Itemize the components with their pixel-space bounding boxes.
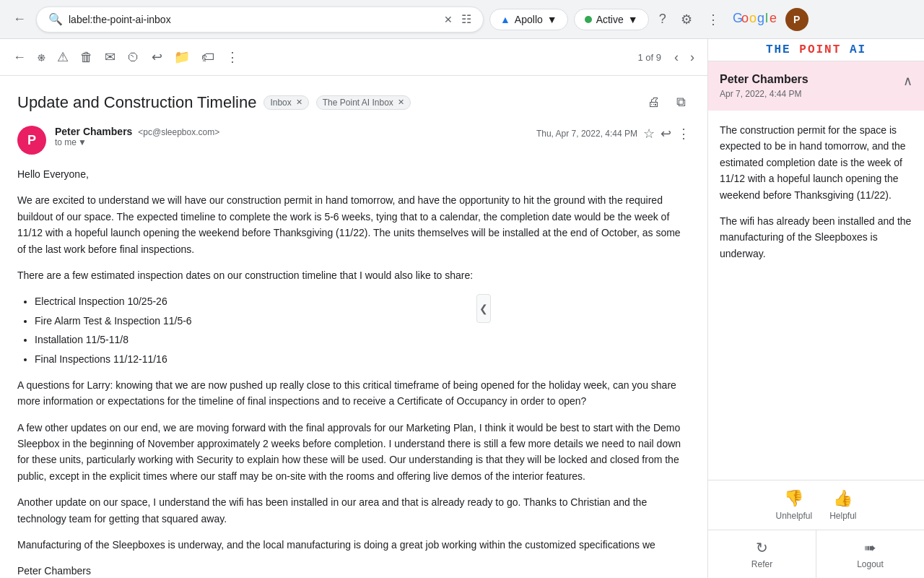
logout-label: Logout xyxy=(857,559,884,569)
logout-button[interactable]: ➠ Logout xyxy=(816,530,924,578)
body-paragraph-7: Peter Chambers xyxy=(17,563,690,578)
sender-info: Peter Chambers <pc@sleepbox.com> to me ▼ xyxy=(55,126,536,147)
sender-name: Peter Chambers xyxy=(55,126,132,137)
label-the-point-ai-inbox-text: The Point AI Inbox xyxy=(323,98,393,108)
email-subject: Update and Construction Timeline xyxy=(17,93,256,112)
email-subject-row: Update and Construction Timeline Inbox ✕… xyxy=(17,90,690,114)
grid-icon[interactable]: ⋮ xyxy=(702,7,724,32)
sidebar-date: Apr 7, 2022, 4:44 PM xyxy=(720,89,808,99)
body-paragraph-3: A questions for Larry: knowing that we a… xyxy=(17,377,690,410)
star-icon[interactable]: ☆ xyxy=(643,126,655,142)
email-toolbar: ← ⎈ ⚠ 🗑 ✉ ⏲ ↩ 📁 🏷 ⋮ 1 of 9 ‹ › xyxy=(0,39,707,76)
pagination-info: 1 of 9 xyxy=(637,52,661,63)
archive-icon[interactable]: ⎈ xyxy=(33,46,50,69)
svg-text:e: e xyxy=(770,11,777,25)
reply-icon[interactable]: ↩ xyxy=(661,126,671,142)
list-item-4: Final Inspections 11/12-11/16 xyxy=(35,351,690,367)
report-icon[interactable]: ⚠ xyxy=(53,45,73,69)
tag-icon[interactable]: 🏷 xyxy=(197,46,219,69)
to-me-text: to me xyxy=(55,137,77,147)
move-to-icon[interactable]: ↩ xyxy=(147,45,167,69)
email-date-row: Thu, Apr 7, 2022, 4:44 PM ☆ ↩ ⋮ xyxy=(536,126,690,142)
unhelpful-button[interactable]: 👎 Unhelpful xyxy=(775,489,812,521)
the-point-ai-header: THE POINT AI xyxy=(708,39,924,61)
sidebar-sender-header: Peter Chambers Apr 7, 2022, 4:44 PM ∧ xyxy=(708,61,924,111)
sender-name-row: Peter Chambers <pc@sleepbox.com> xyxy=(55,126,536,137)
label-inbox-remove[interactable]: ✕ xyxy=(296,98,302,107)
mark-unread-icon[interactable]: ✉ xyxy=(100,45,120,69)
active-dropdown-icon: ▼ xyxy=(628,14,638,25)
svg-text:l: l xyxy=(765,11,768,25)
search-tune-icon[interactable]: ☷ xyxy=(461,12,471,26)
delete-icon[interactable]: 🗑 xyxy=(76,46,97,69)
back-icon[interactable]: ← xyxy=(9,7,30,31)
unhelpful-label: Unhelpful xyxy=(775,511,812,521)
sidebar-footer: ↻ Refer ➠ Logout xyxy=(708,530,924,578)
print-icon[interactable]: 🖨 xyxy=(643,90,665,114)
label-inbox: Inbox ✕ xyxy=(263,95,308,110)
body-paragraph-1: We are excited to understand we will hav… xyxy=(17,192,690,257)
help-icon[interactable]: ? xyxy=(655,7,671,31)
refer-icon: ↻ xyxy=(756,539,768,556)
apollo-button[interactable]: ▲ Apollo ▼ xyxy=(489,9,568,30)
apollo-dropdown-icon: ▼ xyxy=(547,14,557,25)
helpful-button[interactable]: 👍 Helpful xyxy=(829,489,856,521)
search-bar[interactable]: 🔍 label:the-point-ai-inbox ✕ ☷ xyxy=(36,7,484,33)
more-toolbar-icon[interactable]: ⋮ xyxy=(222,45,243,69)
sidebar-panel: THE POINT AI Peter Chambers Apr 7, 2022,… xyxy=(707,39,924,578)
snooze-icon[interactable]: ⏲ xyxy=(123,46,144,69)
to-me-arrow: ▼ xyxy=(78,137,87,147)
email-content: Update and Construction Timeline Inbox ✕… xyxy=(0,76,707,578)
list-item-1: Electrical Inspection 10/25-26 xyxy=(35,293,690,309)
logo-the: THE xyxy=(766,43,799,56)
thumbs-up-icon: 👍 xyxy=(833,489,853,508)
label-icon[interactable]: 📁 xyxy=(170,45,194,69)
email-panel: ← ⎈ ⚠ 🗑 ✉ ⏲ ↩ 📁 🏷 ⋮ 1 of 9 ‹ › Update an… xyxy=(0,39,707,578)
google-logo: G o o g l e xyxy=(733,9,780,29)
back-to-list-icon[interactable]: ← xyxy=(9,46,30,69)
main-layout: ← ⎈ ⚠ 🗑 ✉ ⏲ ↩ 📁 🏷 ⋮ 1 of 9 ‹ › Update an… xyxy=(0,39,924,578)
body-paragraph-6: Manufacturing of the Sleepboxes is under… xyxy=(17,537,690,553)
list-item-3: Installation 11/5-11/8 xyxy=(35,332,690,348)
summary-paragraph-1: The construction permit for the space is… xyxy=(720,122,912,203)
sidebar-feedback: 👎 Unhelpful 👍 Helpful xyxy=(708,480,924,530)
svg-text:o: o xyxy=(749,11,757,25)
search-icon: 🔍 xyxy=(48,12,63,26)
sidebar-collapse-icon[interactable]: ∧ xyxy=(903,73,912,89)
to-me[interactable]: to me ▼ xyxy=(55,137,536,147)
email-body: Hello Everyone, We are excited to unders… xyxy=(17,166,690,578)
settings-icon[interactable]: ⚙ xyxy=(676,7,697,32)
label-the-point-ai-inbox-remove[interactable]: ✕ xyxy=(398,98,404,107)
refer-button[interactable]: ↻ Refer xyxy=(708,530,816,578)
svg-text:o: o xyxy=(741,11,749,25)
helpful-label: Helpful xyxy=(829,511,856,521)
label-the-point-ai-inbox: The Point AI Inbox ✕ xyxy=(316,95,411,110)
body-paragraph-2: There are a few estimated inspection dat… xyxy=(17,267,690,283)
email-date: Thu, Apr 7, 2022, 4:44 PM xyxy=(536,129,637,139)
active-dot xyxy=(585,16,592,23)
avatar[interactable]: P xyxy=(785,8,808,31)
open-in-new-icon[interactable]: ⧉ xyxy=(672,90,690,114)
chrome-bar: ← 🔍 label:the-point-ai-inbox ✕ ☷ ▲ Apoll… xyxy=(0,0,924,39)
search-text: label:the-point-ai-inbox xyxy=(69,14,438,25)
sender-email: <pc@sleepbox.com> xyxy=(138,127,219,137)
active-label: Active xyxy=(596,14,624,25)
thumbs-down-icon: 👎 xyxy=(784,489,803,508)
list-item-2: Fire Alarm Test & Inspection 11/5-6 xyxy=(35,313,690,329)
search-close-icon[interactable]: ✕ xyxy=(444,14,453,25)
sidebar-summary: The construction permit for the space is… xyxy=(720,122,912,262)
sender-avatar: P xyxy=(17,126,46,155)
active-button[interactable]: Active ▼ xyxy=(574,9,649,30)
logout-icon: ➠ xyxy=(864,539,876,556)
more-options-icon[interactable]: ⋮ xyxy=(677,126,690,142)
logo-point: POINT xyxy=(799,43,850,56)
prev-email-icon[interactable]: ‹ xyxy=(670,46,683,69)
inspection-list: Electrical Inspection 10/25-26 Fire Alar… xyxy=(35,293,690,367)
svg-text:g: g xyxy=(757,11,764,25)
collapse-toggle[interactable]: ❮ xyxy=(476,294,491,323)
next-email-icon[interactable]: › xyxy=(686,46,699,69)
email-header: P Peter Chambers <pc@sleepbox.com> to me… xyxy=(17,126,690,155)
greeting: Hello Everyone, xyxy=(17,166,690,182)
the-point-ai-logo: THE POINT AI xyxy=(766,43,866,56)
summary-paragraph-2: The wifi has already been installed and … xyxy=(720,213,912,262)
